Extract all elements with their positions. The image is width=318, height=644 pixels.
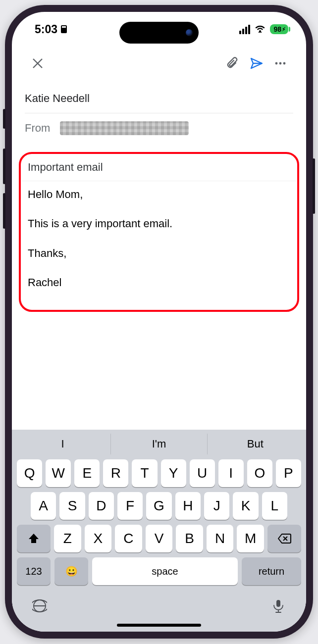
key-row: Z X C V B N M: [15, 525, 303, 552]
to-recipient: Katie Needell: [25, 92, 90, 104]
key-d[interactable]: D: [89, 492, 114, 520]
backspace-icon: [277, 533, 291, 545]
key-k[interactable]: K: [233, 492, 258, 520]
key-i[interactable]: I: [218, 459, 244, 487]
svg-point-0: [259, 30, 261, 32]
iphone-frame: 5:03 98⚡︎: [5, 5, 313, 639]
attach-button[interactable]: [221, 51, 245, 75]
more-button[interactable]: [268, 51, 292, 75]
wifi-icon: [254, 23, 266, 36]
power-button: [313, 158, 315, 214]
send-icon: [250, 56, 264, 70]
send-button[interactable]: [245, 51, 268, 75]
key-h[interactable]: H: [175, 492, 201, 520]
key-p[interactable]: P: [276, 459, 301, 487]
subject-field[interactable]: Important email: [27, 158, 291, 181]
suggestion-bar: I I'm But: [15, 434, 303, 454]
close-button[interactable]: [26, 51, 50, 75]
svg-rect-11: [276, 600, 280, 607]
svg-point-6: [279, 62, 282, 65]
key-n[interactable]: N: [207, 525, 234, 552]
compose-toolbar: [12, 47, 306, 84]
dynamic-island: [119, 22, 199, 44]
key-row: Q W E R T Y U I O P: [15, 459, 303, 487]
key-m[interactable]: M: [237, 525, 264, 552]
key-o[interactable]: O: [247, 459, 272, 487]
suggestion[interactable]: I'm: [111, 434, 207, 454]
shift-icon: [28, 533, 40, 545]
side-button: [3, 109, 5, 129]
key-a[interactable]: A: [31, 492, 56, 520]
sim-icon: [61, 25, 67, 33]
status-time: 5:03: [35, 23, 57, 36]
keyboard: I I'm But Q W E R T Y U I O P A S D F: [12, 430, 306, 632]
battery-indicator: 98⚡︎: [270, 24, 288, 34]
key-b[interactable]: B: [176, 525, 203, 552]
numbers-key[interactable]: 123: [17, 557, 51, 585]
more-icon: [273, 56, 287, 70]
email-body[interactable]: Hello Mom, This is a very important emai…: [27, 184, 291, 290]
compose-area-highlight: Important email Hello Mom, This is a ver…: [19, 152, 299, 312]
globe-icon: [32, 598, 47, 613]
from-label: From: [25, 122, 50, 135]
cellular-icon: [239, 25, 250, 34]
key-c[interactable]: C: [115, 525, 142, 552]
key-g[interactable]: G: [146, 492, 171, 520]
space-key[interactable]: space: [92, 557, 238, 585]
emoji-key[interactable]: 😀: [54, 557, 88, 585]
close-icon: [32, 58, 43, 69]
key-z[interactable]: Z: [54, 525, 81, 552]
key-y[interactable]: Y: [161, 459, 186, 487]
suggestion[interactable]: I: [15, 434, 111, 454]
mic-icon: [271, 598, 286, 613]
screen: 5:03 98⚡︎: [12, 12, 306, 632]
key-e[interactable]: E: [74, 459, 100, 487]
key-l[interactable]: L: [262, 492, 287, 520]
key-r[interactable]: R: [103, 459, 128, 487]
key-x[interactable]: X: [85, 525, 112, 552]
divider: [22, 181, 296, 181]
key-row: 123 😀 space return: [15, 557, 303, 585]
from-address-redacted: [60, 121, 189, 135]
suggestion[interactable]: But: [208, 434, 303, 454]
key-t[interactable]: T: [132, 459, 157, 487]
from-field[interactable]: From: [12, 113, 306, 143]
key-j[interactable]: J: [204, 492, 229, 520]
return-key[interactable]: return: [242, 557, 301, 585]
key-s[interactable]: S: [59, 492, 85, 520]
key-u[interactable]: U: [190, 459, 215, 487]
paperclip-icon: [226, 56, 240, 70]
volume-up-button: [3, 149, 5, 184]
shift-key[interactable]: [17, 525, 51, 552]
dictation-key[interactable]: [267, 595, 289, 617]
battery-percent: 98: [273, 25, 281, 33]
volume-down-button: [3, 193, 5, 229]
to-field[interactable]: Katie Needell: [12, 84, 306, 113]
key-w[interactable]: W: [46, 459, 71, 487]
home-indicator[interactable]: [117, 624, 201, 627]
svg-point-7: [283, 62, 286, 65]
key-f[interactable]: F: [117, 492, 143, 520]
svg-point-5: [275, 62, 278, 65]
globe-key[interactable]: [29, 595, 51, 617]
key-q[interactable]: Q: [17, 459, 42, 487]
key-v[interactable]: V: [146, 525, 173, 552]
key-row: A S D F G H J K L: [15, 492, 303, 520]
backspace-key[interactable]: [267, 525, 301, 552]
